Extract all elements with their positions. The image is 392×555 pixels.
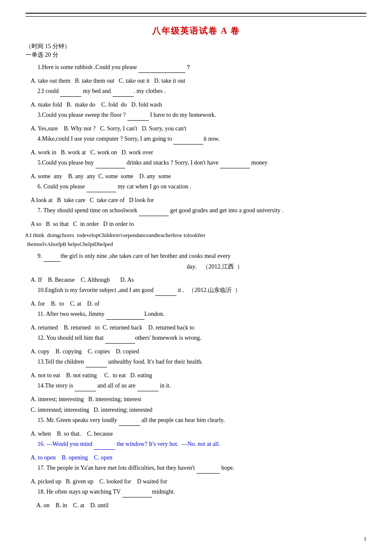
- blank-17: [196, 463, 220, 474]
- question-6: 6. Could you please my cat when I go on …: [26, 182, 366, 192]
- blank-18: [122, 487, 152, 497]
- question-2: 2.I could my bed and . my clothes .: [26, 86, 366, 97]
- blank-1: [138, 62, 185, 73]
- blank-6: [86, 182, 116, 192]
- question-15: 15. Mr. Green speaks very loudly all the…: [26, 415, 366, 426]
- blank-12: [105, 333, 135, 344]
- blank-11: [106, 309, 144, 320]
- options-14a: A. interest; interesting B. interesting;…: [31, 394, 366, 405]
- options-17: A. picked up B. given up C. looked for D…: [31, 476, 366, 487]
- options-2: A. make fold B. make do C. fold do D. fo…: [31, 99, 366, 110]
- options-10: A. for B. to C. at D. of: [31, 298, 366, 309]
- question-8: 8.I think doingchores todevelopChildrein…: [26, 231, 366, 249]
- blank-14b: [137, 381, 159, 391]
- question-17: 17. The people in Ya'an have met lots di…: [26, 463, 366, 474]
- question-14: 14.The story is and all of us are in it.: [26, 381, 366, 391]
- options-4: A. work in B. work at C. work on D. work…: [31, 147, 366, 158]
- top-border-thick: [26, 13, 366, 14]
- blank-2b: [112, 86, 134, 97]
- question-11: 11. After two weeks, Jimmy London.: [26, 309, 366, 320]
- question-9: 9. the girl is only nine ,she takes care…: [26, 251, 366, 272]
- question-10: 10.English is my favorite subject ,and I…: [26, 285, 366, 296]
- blank-16: [94, 439, 115, 450]
- options-5: A. some any B. any any C. some some D. a…: [31, 171, 366, 182]
- blank-14a: [75, 381, 96, 391]
- options-15: A. when B. so that. C. because: [31, 428, 366, 439]
- options-14b: C. interested; interesting D. interestin…: [31, 405, 366, 415]
- question-5: 5.Could you please buy drinks and snacks…: [26, 158, 366, 168]
- page-title: 八年级英语试卷 A 卷: [26, 25, 366, 37]
- top-border-thin: [26, 16, 366, 17]
- blank-4: [173, 134, 203, 145]
- blank-3: [127, 110, 149, 121]
- blank-2a: [60, 86, 81, 97]
- blank-15: [119, 415, 140, 426]
- page-number: 1: [364, 535, 367, 542]
- options-13: A. not to eat B. not eating C. to eat D.…: [31, 370, 366, 381]
- question-1: 1.Here is some rubbish .Could you please…: [26, 62, 366, 73]
- question-3: 3.Could you please sweep the floor ? I h…: [26, 110, 366, 121]
- options-6: A look at B take care C take care of D l…: [31, 195, 366, 205]
- blank-9: [43, 251, 61, 262]
- question-4: 4.Mike,could I use your computer ? Sorry…: [26, 134, 366, 145]
- options-18: A. on B. in C. at D. until: [31, 500, 366, 511]
- question-13: 13.Tell the children unhealthy food. It'…: [26, 357, 366, 367]
- options-1: A. take out them B. take them out C. tak…: [31, 75, 366, 86]
- options-7: A so B so that C in order D in order to: [31, 219, 366, 229]
- question-12: 12. You should tell him that others' hom…: [26, 333, 366, 344]
- options-16: A. to open B. opening C. open: [31, 452, 366, 463]
- blank-13: [86, 357, 107, 367]
- options-9: A. If B. Because C. Although D. As: [31, 275, 366, 285]
- blank-10: [155, 285, 176, 296]
- blank-5b: [220, 158, 250, 168]
- options-11: A. returned B. returned to C. returned b…: [31, 322, 366, 333]
- question-7: 7. They should spend time on schoolwork …: [26, 205, 366, 216]
- question-18: 18. He often stays up watching TV midnig…: [26, 487, 366, 497]
- blank-5a: [95, 158, 125, 168]
- section-label: 一单选 20 分: [26, 51, 366, 59]
- options-3: A. Yes,sure B. Why not ? C. Sorry, I can…: [31, 123, 366, 134]
- options-12: A. copy B. copying C. copies D. copied: [31, 346, 366, 357]
- blank-7: [139, 205, 169, 216]
- subtitle: （时间 15 分钟）: [26, 43, 366, 50]
- question-16: 16. —Would you mind the window? It's ver…: [26, 439, 366, 450]
